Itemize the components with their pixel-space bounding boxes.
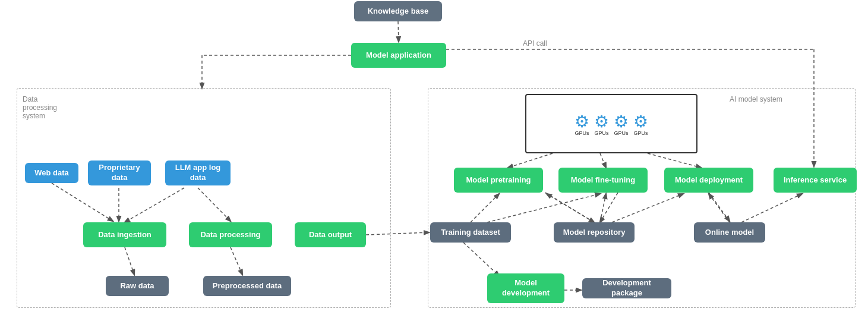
data-processing-label: Data processing system — [23, 95, 57, 120]
data-processing-label: Data processing — [200, 230, 260, 240]
training-dataset-label: Training dataset — [441, 228, 500, 238]
diagram: ⚙ GPUs ⚙ GPUs ⚙ GPUs ⚙ GPUs — [0, 0, 868, 321]
training-to-dev — [463, 243, 499, 276]
gpu-to-finetuning — [600, 153, 606, 168]
repo-to-finetuning — [600, 194, 606, 222]
online-to-deployment — [709, 194, 730, 222]
llm-to-processing — [198, 188, 231, 221]
gpu-label-3: GPUs — [614, 130, 628, 136]
model-development-node: Model development — [487, 273, 564, 303]
gpu-gear-3: ⚙ — [614, 114, 629, 130]
model-application-node: Model application — [351, 43, 446, 68]
data-output-node: Data output — [295, 222, 366, 247]
development-package-label: Development package — [588, 278, 665, 298]
gpu-icon-3: ⚙ GPUs — [614, 114, 629, 136]
online-to-inference — [741, 194, 802, 222]
finetuning-to-repo — [600, 193, 618, 222]
model-deployment-label: Model deployment — [675, 175, 743, 185]
data-ingestion-label: Data ingestion — [98, 230, 151, 240]
gpu-icon-1: ⚙ GPUs — [575, 114, 589, 136]
repo-to-pretraining — [547, 194, 594, 222]
model-application-label: Model application — [366, 51, 431, 61]
model-finetuning-label: Model fine-tuning — [571, 175, 635, 185]
knowledge-base-node: Knowledge base — [354, 1, 442, 21]
inference-service-node: Inference service — [774, 168, 857, 193]
proprietary-data-label: Proprietary data — [94, 163, 145, 183]
gpu-label-4: GPUs — [633, 130, 648, 136]
gpu-gear-2: ⚙ — [594, 114, 609, 130]
data-output-label: Data output — [309, 230, 352, 240]
kb-to-app-arrow — [398, 21, 399, 42]
web-data-label: Web data — [34, 168, 69, 178]
pretraining-to-repo — [545, 193, 594, 222]
gpu-gear-4: ⚙ — [633, 114, 648, 130]
model-finetuning-node: Model fine-tuning — [558, 168, 648, 193]
ai-model-label: AI model system — [730, 95, 782, 103]
model-repository-node: Model repository — [554, 222, 635, 243]
gpu-to-pretraining — [508, 153, 553, 168]
gpu-section-box: ⚙ GPUs ⚙ GPUs ⚙ GPUs ⚙ GPUs — [525, 94, 697, 153]
knowledge-base-label: Knowledge base — [368, 7, 429, 17]
web-data-node: Web data — [25, 163, 78, 183]
gpu-gear-1: ⚙ — [575, 114, 589, 130]
online-model-node: Online model — [694, 222, 765, 243]
model-pretraining-node: Model pretraining — [454, 168, 543, 193]
output-to-training — [366, 232, 429, 235]
data-processing-section — [17, 88, 391, 308]
raw-data-node: Raw data — [106, 276, 169, 296]
processing-to-preprocessed — [231, 247, 242, 275]
llm-app-log-node: LLM app log data — [165, 160, 231, 185]
gpu-icon-4: ⚙ GPUs — [633, 114, 648, 136]
preprocessed-data-node: Preprocessed data — [203, 276, 291, 296]
online-model-label: Online model — [705, 228, 754, 238]
data-processing-node: Data processing — [189, 222, 272, 247]
api-call-label: API call — [523, 39, 547, 48]
gpu-label-2: GPUs — [594, 130, 608, 136]
data-ingestion-node: Data ingestion — [83, 222, 166, 247]
preprocessed-data-label: Preprocessed data — [213, 281, 282, 291]
training-dataset-node: Training dataset — [430, 222, 511, 243]
llm-app-log-label: LLM app log data — [171, 163, 225, 183]
model-pretraining-label: Model pretraining — [466, 175, 531, 185]
llm-to-ingestion — [125, 188, 184, 222]
development-package-node: Development package — [582, 278, 671, 298]
gpu-to-deployment — [648, 153, 701, 168]
raw-data-label: Raw data — [120, 281, 154, 291]
training-to-pretraining — [471, 194, 499, 222]
model-deployment-node: Model deployment — [664, 168, 753, 193]
inference-service-label: Inference service — [784, 175, 847, 185]
proprietary-data-node: Proprietary data — [88, 160, 151, 185]
repo-to-deployment — [612, 194, 683, 222]
gpu-label-1: GPUs — [575, 130, 589, 136]
web-to-ingestion — [52, 183, 113, 221]
model-repository-label: Model repository — [563, 228, 626, 238]
training-to-finetuning — [487, 194, 600, 222]
ingestion-to-raw — [125, 247, 134, 275]
gpu-icons-row: ⚙ GPUs ⚙ GPUs ⚙ GPUs ⚙ GPUs — [567, 109, 655, 139]
model-development-label: Model development — [493, 278, 558, 298]
gpu-icon-2: ⚙ GPUs — [594, 114, 609, 136]
deployment-to-online — [709, 193, 730, 221]
